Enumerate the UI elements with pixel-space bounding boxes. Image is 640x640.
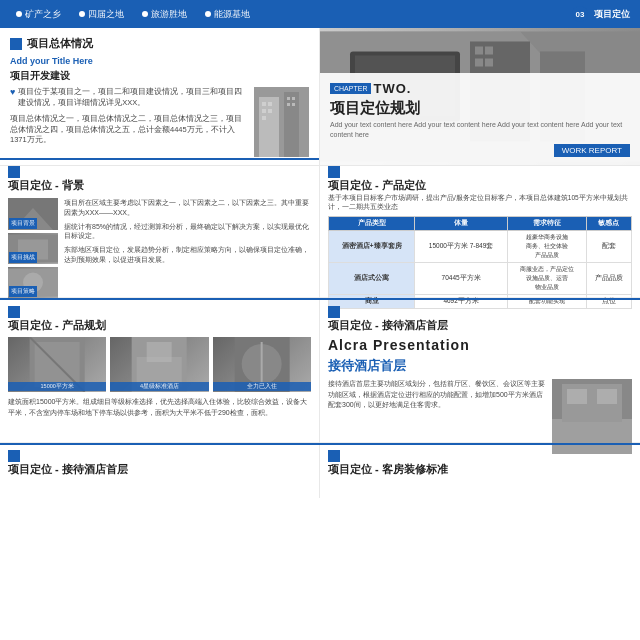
hotel-header: 项目定位 - 接待酒店首层 (328, 306, 632, 333)
table-row: 酒店式公寓 70445平方米 商服业态，产品定位设施品质、运营物业品质 产品品质 (329, 263, 632, 295)
chapter-sub-text: Add your text content here Add your text… (330, 120, 630, 140)
panel-bottom-right: 项目定位 - 客房装修标准 (320, 445, 640, 498)
page-grid: 矿产之乡 四届之地 旅游胜地 能源基地 03 项目定位 项目总体情况 Add y… (0, 0, 640, 498)
bg-img-3: 项目策略 (8, 267, 58, 298)
row1: 项目总体情况 Add your Title Here 项目开发建设 ♥ 项目位于… (0, 28, 640, 158)
panel-general: 项目总体情况 Add your Title Here 项目开发建设 ♥ 项目位于… (0, 28, 320, 166)
row2-type: 酒店式公寓 (329, 263, 415, 295)
bg-texts: 项目所在区域主要考虑以下因素之一，以下因素之二，以下因素之三。其中重要因素为XX… (64, 198, 311, 298)
product-header: 项目定位 - 产品定位 (328, 166, 632, 193)
plan-images: 15000平方米 4星级标准酒店 全力已入住 (8, 337, 311, 392)
banner-label-2: 四届之地 (88, 8, 124, 21)
bottom-right-header: 项目定位 - 客房装修标准 (328, 450, 632, 477)
blue-square-icon (10, 38, 22, 50)
panel-plan: 项目定位 - 产品规划 15000平方米 4星级标准酒店 全力已入住 建筑面积1… (0, 300, 320, 460)
panel-product: 项目定位 - 产品定位 基于本项目目标客户市场调研，提出产品/服务定位目标客户，… (320, 160, 640, 315)
bg-text-1: 项目所在区域主要考虑以下因素之一，以下因素之二，以下因素之三。其中重要因素为XX… (64, 198, 311, 218)
bg-content: 项目背景 项目挑战 项目策略 项目所在区域主要考虑以下因素之一，以下因素之二，以… (8, 198, 311, 298)
row1-features: 超豪华商务设施商务、社交体验产品品质 (507, 231, 586, 263)
general-title: 项目总体情况 (27, 36, 93, 51)
bottom-left-header: 项目定位 - 接待酒店首层 (8, 450, 311, 477)
plan-label-3: 全力已入住 (213, 382, 311, 391)
bottom-right-title: 项目定位 - 客房装修标准 (328, 463, 448, 475)
banner-label-1: 矿产之乡 (25, 8, 61, 21)
blue-square-plan (8, 306, 20, 318)
chapter-num: TWO. (373, 81, 411, 96)
panel-bottom-left: 项目定位 - 接待酒店首层 (0, 445, 320, 498)
plan-label-1: 15000平方米 (8, 382, 106, 391)
svg-rect-8 (287, 97, 290, 100)
step-badge-3: 03 (572, 6, 588, 22)
plan-label-2: 4星级标准酒店 (110, 382, 208, 391)
svg-rect-6 (268, 109, 272, 113)
heart-icon: ♥ (10, 87, 15, 97)
row2: 项目定位 - 背景 项目背景 项目挑战 项目策略 (0, 158, 640, 298)
row3: 项目定位 - 产品规划 15000平方米 4星级标准酒店 全力已入住 建筑面积1… (0, 298, 640, 443)
blue-square-product (328, 166, 340, 178)
row1-sensitive: 配套 (586, 231, 631, 263)
sub-title-cn: 项目开发建设 (10, 69, 309, 83)
row1-volume: 15000平方米 7-849套 (415, 231, 507, 263)
desc2: 项目总体情况之一，项目总体情况之二，项目总体情况之三，项目总体情况之四，项目总体… (10, 114, 248, 146)
bg-images: 项目背景 项目挑战 项目策略 (8, 198, 58, 298)
svg-rect-19 (485, 59, 493, 67)
svg-rect-10 (287, 103, 290, 106)
four-icon (79, 11, 85, 17)
desc1: 项目位于某项目之一，项目二和项目建设情况，项目三和项目四建设情况，项目详细情况详… (18, 87, 248, 108)
row2-sensitive: 产品品质 (586, 263, 631, 295)
panel-chapter: CHAPTER TWO. 项目定位规划 Add your text conten… (320, 28, 640, 166)
svg-rect-16 (475, 47, 483, 55)
work-report-button[interactable]: WORK REPORT (554, 144, 630, 157)
blue-square-bg (8, 166, 20, 178)
bg-tag-3: 项目策略 (9, 286, 37, 297)
product-title: 项目定位 - 产品定位 (328, 179, 426, 191)
svg-rect-18 (475, 59, 483, 67)
alcra-text: Alcra Presentation (328, 337, 632, 353)
bottom-left-title: 项目定位 - 接待酒店首层 (8, 463, 128, 475)
col-sensitive: 敏感点 (586, 217, 631, 231)
svg-rect-17 (485, 47, 493, 55)
col-volume: 体量 (415, 217, 507, 231)
banner-item-4: 能源基地 (199, 0, 256, 28)
bg-img-2: 项目挑战 (8, 233, 58, 264)
plan-title: 项目定位 - 产品规划 (8, 319, 106, 331)
bg-header: 项目定位 - 背景 (8, 166, 311, 193)
row2-volume: 70445平方米 (415, 263, 507, 295)
row2-features: 商服业态，产品定位设施品质、运营物业品质 (507, 263, 586, 295)
chapter-main-title: 项目定位规划 (330, 99, 630, 117)
heart-row: ♥ 项目位于某项目之一，项目二和项目建设情况，项目三和项目四建设情况，项目详细情… (10, 87, 248, 111)
panel-hotel: 项目定位 - 接待酒店首层 Alcra Presentation 接待酒店首层 … (320, 300, 640, 460)
svg-rect-5 (262, 109, 266, 113)
banner-label-3: 旅游胜地 (151, 8, 187, 21)
plan-desc: 建筑面积15000平方米。组成细目等级标准选择，优先选择高端入住体验，比较综合效… (8, 397, 311, 418)
panel-background: 项目定位 - 背景 项目背景 项目挑战 项目策略 (0, 160, 320, 315)
bg-tag-1: 项目背景 (9, 218, 37, 229)
chapter-header: CHAPTER TWO. (330, 81, 630, 96)
banner-item-1: 矿产之乡 (10, 0, 67, 28)
step-label: 项目定位 (594, 8, 630, 21)
svg-rect-41 (567, 389, 587, 404)
general-text: ♥ 项目位于某项目之一，项目二和项目建设情况，项目三和项目四建设情况，项目详细情… (10, 87, 248, 157)
svg-rect-4 (268, 102, 272, 106)
plan-header: 项目定位 - 产品规划 (8, 306, 311, 333)
add-title: Add your Title Here (10, 56, 309, 66)
blue-square-br (328, 450, 340, 462)
table-row: 酒密酒店+臻享套房 15000平方米 7-849套 超豪华商务设施商务、社交体验… (329, 231, 632, 263)
general-header: 项目总体情况 (10, 36, 309, 51)
blue-square-hotel (328, 306, 340, 318)
col-type: 产品类型 (329, 217, 415, 231)
svg-rect-3 (262, 102, 266, 106)
svg-rect-7 (262, 116, 266, 120)
bg-text-3: 东部地区项目定位，发展趋势分析，制定相应策略方向，以确保项目定位准确，达到预期效… (64, 245, 311, 265)
banner-item-2: 四届之地 (73, 0, 130, 28)
star-icon (205, 11, 211, 17)
bg-title: 项目定位 - 背景 (8, 179, 84, 191)
bg-img-1: 项目背景 (8, 198, 58, 230)
building-image (254, 87, 309, 157)
hotel-cn-title: 接待酒店首层 (328, 357, 632, 375)
chapter-overlay: CHAPTER TWO. 项目定位规划 Add your text conten… (320, 73, 640, 165)
svg-rect-2 (284, 92, 299, 157)
banner-item-3: 旅游胜地 (136, 0, 193, 28)
product-intro: 基于本项目目标客户市场调研，提出产品/服务定位目标客户，本项目总体建筑105平方… (328, 193, 632, 211)
flag-icon (142, 11, 148, 17)
